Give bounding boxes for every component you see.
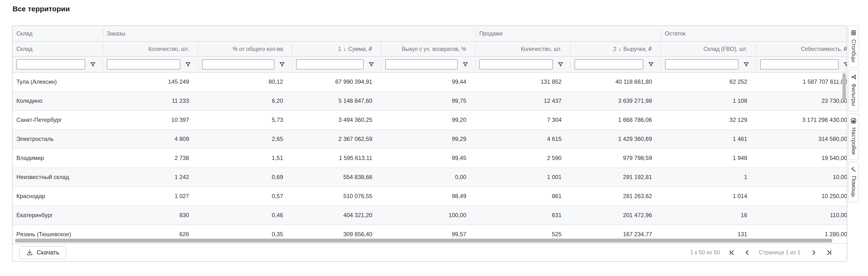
filter-funnel-button[interactable]	[742, 61, 750, 68]
funnel-icon	[185, 61, 191, 67]
prev-page-button[interactable]	[744, 249, 751, 256]
table-cell: 0,46	[198, 206, 292, 225]
table-row[interactable]: Коледино11 2336,205 148 847,6099,7512 43…	[12, 92, 847, 111]
table-cell: 2 367 062,59	[292, 130, 381, 148]
filter-funnel-button[interactable]	[89, 61, 97, 68]
filter-input-col2[interactable]	[202, 59, 274, 69]
download-button[interactable]: Скачать	[19, 246, 66, 259]
table-cell: 99,44	[381, 72, 475, 91]
table-row[interactable]: Неизвестный склад1 2420,69554 838,660,00…	[12, 168, 847, 187]
settings-window-icon	[850, 118, 857, 124]
table-cell: 1 668 786,06	[571, 111, 661, 129]
filter-icon	[850, 74, 857, 80]
table-cell: 1 587 707 611,00	[756, 72, 847, 91]
filter-cell-col2	[198, 57, 292, 72]
table-row[interactable]: Электросталь4 8092,652 367 062,5999,294 …	[12, 130, 847, 149]
filter-input-col7[interactable]	[665, 59, 739, 69]
data-grid: Склад Заказы Продажи Остаток Склад Колич…	[12, 25, 847, 262]
table-cell: 5 148 847,60	[292, 92, 381, 110]
table-cell: 2 590	[475, 149, 571, 167]
table-cell: 979 798,59	[571, 149, 661, 167]
table-row[interactable]: Санкт-Петербург10 3975,733 494 360,2599,…	[12, 111, 847, 130]
filter-funnel-button[interactable]	[462, 61, 469, 68]
table-cell: 1 014	[661, 187, 756, 206]
filter-funnel-button[interactable]	[842, 61, 847, 68]
table-cell: 10 397	[103, 111, 198, 129]
table-row[interactable]: Рязань (Тюшевское)6260,35309 856,4099,57…	[12, 225, 847, 238]
filter-row	[12, 57, 847, 72]
table-cell: 16	[661, 206, 756, 225]
filter-cell-col1	[103, 57, 198, 72]
table-cell: 6,20	[198, 92, 292, 110]
table-cell: 1 027	[103, 187, 198, 206]
first-page-button[interactable]	[728, 249, 735, 256]
table-cell: 1 595 613,11	[292, 149, 381, 167]
column-header-orders-qty[interactable]: Количество, шт.	[103, 42, 198, 56]
funnel-icon	[843, 61, 847, 67]
page-info: Страница 1 из 1	[759, 249, 801, 256]
filter-input-col5[interactable]	[479, 59, 553, 69]
table-cell: 861	[475, 187, 571, 206]
filter-cell-col5	[475, 57, 571, 72]
table-cell: 0,57	[198, 187, 292, 206]
tab-columns[interactable]: Столбцы	[848, 25, 859, 67]
table-cell: Неизвестный склад	[12, 168, 103, 186]
table-row[interactable]: Краснодар1 0270,57510 076,5598,49861281 …	[12, 187, 847, 206]
table-row[interactable]: Тула (Алексин)145 24980,1267 990 394,919…	[12, 72, 847, 92]
column-header-fbo[interactable]: Склад (FBO), шт.	[661, 42, 756, 56]
table-cell: Рязань (Тюшевское)	[12, 225, 103, 238]
table-cell: 10 250,00	[756, 187, 847, 206]
table-row[interactable]: Екатеринбург8300,46404 321,20100,0063120…	[12, 206, 847, 225]
table-cell: Краснодар	[12, 187, 103, 206]
column-header-cost[interactable]: Себестоимость, ₽	[756, 42, 847, 56]
table-cell: 7 304	[475, 111, 571, 129]
filter-input-col8[interactable]	[760, 59, 839, 69]
filter-funnel-button[interactable]	[184, 61, 192, 68]
tab-filters[interactable]: Фильтры	[848, 69, 859, 112]
filter-input-col3[interactable]	[296, 59, 364, 69]
table-cell: 201 472,96	[571, 206, 661, 225]
table-cell: 0,00	[381, 168, 475, 186]
table-cell: 1	[661, 168, 756, 186]
filter-funnel-button[interactable]	[647, 61, 655, 68]
column-header-sklad[interactable]: Склад	[12, 42, 103, 56]
table-cell: Санкт-Петербург	[12, 111, 103, 129]
first-page-icon	[728, 249, 735, 256]
filter-input-col1[interactable]	[107, 59, 180, 69]
filter-input-col6[interactable]	[575, 59, 643, 69]
column-header-sales-qty[interactable]: Количество, шт.	[475, 42, 571, 56]
last-page-button[interactable]	[826, 249, 833, 256]
table-cell: 10,00	[756, 168, 847, 186]
column-header-orders-sum[interactable]: 1 ↓ Сумма, ₽	[292, 42, 381, 56]
next-page-button[interactable]	[810, 249, 817, 256]
table-cell: Тула (Алексин)	[12, 72, 103, 91]
column-header-orders-pct[interactable]: % от общего кол-ва	[198, 42, 292, 56]
filter-funnel-button[interactable]	[557, 61, 564, 68]
table-cell: 100,00	[381, 206, 475, 225]
sort-order-badge: 2	[613, 46, 617, 52]
table-cell: 131 852	[475, 72, 571, 91]
filter-input-col4[interactable]	[385, 59, 458, 69]
table-cell: 99,45	[381, 149, 475, 167]
app-page: Все территории Склад Заказы Продажи Оста…	[0, 0, 868, 276]
column-header-row: Склад Количество, шт. % от общего кол-ва…	[12, 42, 847, 57]
column-header-buyout[interactable]: Выкуп с уч. возвратов, %	[381, 42, 475, 56]
vertical-scrollbar-thumb[interactable]	[842, 73, 846, 100]
table-cell: 631	[475, 206, 571, 225]
column-header-revenue[interactable]: 2 ↓ Выручка, ₽	[571, 42, 661, 56]
table-cell: 626	[103, 225, 198, 238]
tab-help[interactable]: Помощь	[848, 162, 859, 203]
horizontal-scrollbar-thumb[interactable]	[15, 239, 832, 242]
page-title: Все территории	[12, 5, 70, 13]
filter-funnel-button[interactable]	[278, 61, 286, 68]
filter-funnel-button[interactable]	[368, 61, 375, 68]
tab-settings[interactable]: Настройки	[848, 113, 859, 160]
table-row[interactable]: Владимир2 7381,511 595 613,1199,452 5909…	[12, 149, 847, 168]
group-header-ostatok: Остаток	[661, 26, 847, 41]
table-cell: 2 738	[103, 149, 198, 167]
filter-input-col0[interactable]	[17, 59, 85, 69]
funnel-icon	[557, 61, 564, 67]
horizontal-scrollbar-track[interactable]	[12, 238, 847, 243]
table-cell: 80,12	[198, 72, 292, 91]
columns-icon	[850, 30, 857, 36]
